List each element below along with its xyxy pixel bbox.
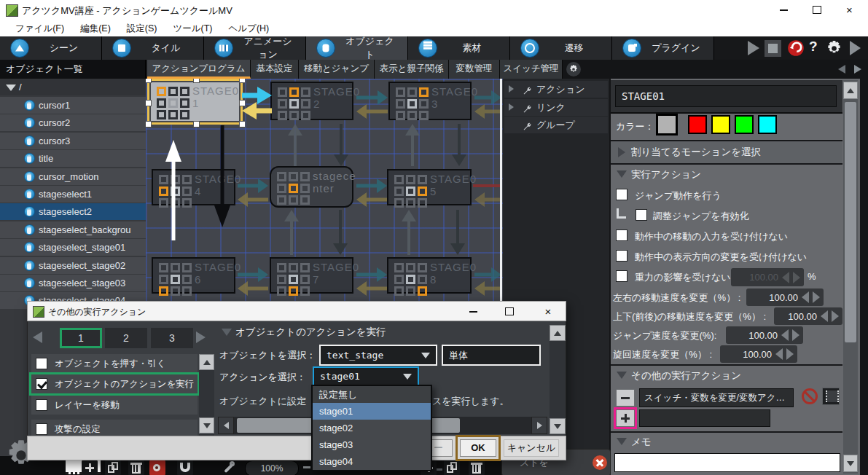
object-list-item-cursor2[interactable]: cursor2 [0, 114, 146, 131]
page-next-icon[interactable] [196, 331, 206, 343]
object-list-item-stageselect_stage02[interactable]: stageselect_stage02 [0, 257, 146, 274]
flow-node-STAGE07[interactable]: STAGE07 [270, 257, 353, 294]
subtab-gear-button[interactable] [566, 62, 581, 76]
action-select-dropdown[interactable]: stage01 [313, 366, 419, 386]
page-prev-icon[interactable] [33, 331, 42, 343]
ok-button[interactable]: OK [460, 439, 496, 457]
checkbox[interactable] [36, 399, 47, 411]
dialog-check-row-1[interactable]: オブジェクトのアクションを実行 [31, 374, 198, 393]
motion-section-header[interactable]: 割り当てるモーションを選択 [611, 141, 842, 165]
color-swatch-0[interactable] [656, 114, 678, 136]
speed-value-field[interactable]: 100.00 [720, 345, 797, 363]
minimize-button[interactable] [767, 0, 800, 20]
remove-action-button[interactable] [616, 389, 635, 407]
menu-item-ファイル(F)[interactable]: ファイル(F) [7, 23, 72, 35]
flow-node-STAGE08[interactable]: STAGE08 [387, 257, 472, 294]
menu-item-ヘルプ(H)[interactable]: ヘルプ(H) [221, 23, 278, 35]
color-swatch-1[interactable] [688, 115, 707, 134]
dropdown-item-設定無し[interactable]: 設定無し [313, 386, 431, 403]
switch-tree-item-アクション[interactable]: アクション [504, 81, 608, 98]
object-list-item-stageselect_stage03[interactable]: stageselect_stage03 [0, 275, 146, 291]
plus-icon[interactable] [82, 460, 98, 475]
scroll-up-button[interactable] [843, 82, 858, 99]
history-back-icon[interactable] [838, 65, 845, 74]
dialog-close-button[interactable]: × [532, 302, 564, 321]
copy-icon[interactable] [105, 460, 121, 475]
dialog-maximize-button[interactable] [494, 302, 525, 321]
selection-handle[interactable] [193, 79, 200, 83]
selection-handle[interactable] [239, 79, 246, 83]
zoom-out-icon[interactable] [303, 466, 310, 468]
subtab-アクションプログラム[interactable]: アクションプログラム [147, 60, 251, 79]
object-list-item-stageselect_backgrou[interactable]: stageselect_backgrou [0, 221, 146, 238]
main-tab-transition[interactable]: 遷移 [510, 36, 612, 60]
run-icon[interactable] [850, 41, 861, 55]
spinner-right-icon[interactable] [813, 291, 820, 303]
target-type-field[interactable]: 単体 [442, 345, 541, 366]
subtab-変数管理[interactable]: 変数管理 [449, 60, 500, 79]
action-film-icon[interactable] [822, 388, 840, 405]
flow-node-STAGE04[interactable]: STAGE04 [152, 169, 235, 205]
add-action-button[interactable] [616, 409, 635, 427]
exec-action-section-header[interactable]: 実行アクション [611, 165, 842, 185]
speed-value-field[interactable]: 100.00 [746, 288, 824, 306]
checkbox[interactable] [636, 209, 647, 221]
maximize-button[interactable] [800, 0, 833, 20]
history-forward-icon[interactable] [854, 65, 861, 74]
object-name-field[interactable]: STAGE01 [615, 85, 837, 107]
speed-value-field[interactable]: 100.00 [726, 326, 803, 344]
empty-action-slot[interactable] [639, 409, 770, 427]
dropdown-item-stage04[interactable]: stage04 [313, 453, 431, 470]
checkbox[interactable] [616, 250, 627, 262]
gravity-value-field[interactable]: 100.00 [731, 268, 804, 286]
subtab-スイッチ管理[interactable]: スイッチ管理 [500, 60, 563, 79]
main-tab-object[interactable]: オブジェクト [306, 36, 408, 60]
cancel-button[interactable]: キャンセル [504, 439, 559, 457]
dialog-check-row-2[interactable]: レイヤーを移動 [31, 396, 198, 415]
checkbox[interactable] [36, 423, 47, 435]
selection-handle[interactable] [146, 79, 152, 83]
color-swatch-3[interactable] [735, 115, 754, 134]
dropdown-item-stage03[interactable]: stage03 [313, 436, 431, 453]
scroll-up-button[interactable] [550, 325, 566, 341]
menu-item-設定(S)[interactable]: 設定(S) [119, 23, 165, 35]
inspector-scrollbar-thumb[interactable] [845, 102, 856, 342]
menu-item-編集(E)[interactable]: 編集(E) [72, 23, 119, 35]
flow-node-STAGE05[interactable]: STAGE05 [387, 169, 472, 205]
selection-handle[interactable] [239, 100, 246, 106]
expander-chevron-icon[interactable] [509, 85, 514, 93]
spinner-right-icon[interactable] [792, 329, 799, 341]
play-icon[interactable] [748, 41, 759, 55]
memo-section-header[interactable]: メモ [611, 433, 842, 452]
main-tab-material[interactable]: 素材 [408, 36, 510, 60]
object-list-item-stageselect_stage01[interactable]: stageselect_stage01 [0, 239, 146, 256]
dialog-check-row-0[interactable]: オブジェクトを押す・引く [31, 354, 198, 373]
other-action-item[interactable]: スイッチ・変数を変更/変数アク… [639, 388, 794, 407]
object-list-item-cursor3[interactable]: cursor3 [0, 133, 146, 149]
subtab-移動とジャンプ[interactable]: 移動とジャンプ [299, 60, 375, 79]
switch-tree-item-リンク[interactable]: リンク [504, 99, 608, 116]
tooltip-close-icon[interactable] [593, 455, 607, 470]
dropdown-item-stage02[interactable]: stage02 [313, 420, 431, 436]
copy-icon[interactable] [444, 460, 460, 475]
flow-node-STAGE06[interactable]: STAGE06 [152, 257, 235, 294]
other-exec-section-header[interactable]: その他の実行アクション [611, 366, 842, 386]
checkbox[interactable] [616, 189, 627, 200]
color-swatch-4[interactable] [758, 115, 777, 134]
record-icon[interactable] [149, 460, 165, 475]
flow-node-STAGE03[interactable]: STAGE03 [388, 82, 472, 120]
main-tab-animation[interactable]: アニメーション [204, 36, 306, 60]
close-button[interactable]: × [833, 0, 866, 20]
object-select-dropdown[interactable]: text_stage [319, 345, 437, 366]
scroll-down-button[interactable] [199, 417, 214, 433]
scroll-down-button[interactable] [843, 455, 858, 472]
checkbox[interactable] [36, 378, 47, 390]
scroll-right-button[interactable] [531, 417, 547, 434]
selection-handle[interactable] [146, 100, 152, 106]
object-list-item-stageselect2[interactable]: stageselect2 [0, 203, 146, 220]
main-tab-scene[interactable]: シーン [0, 36, 102, 60]
dialog-title-bar[interactable]: その他の実行アクション × [27, 301, 566, 321]
object-list-item-cursor1[interactable]: cursor1 [0, 97, 146, 114]
dialog-minimize-button[interactable] [458, 302, 488, 321]
prohibit-icon[interactable] [802, 388, 818, 404]
